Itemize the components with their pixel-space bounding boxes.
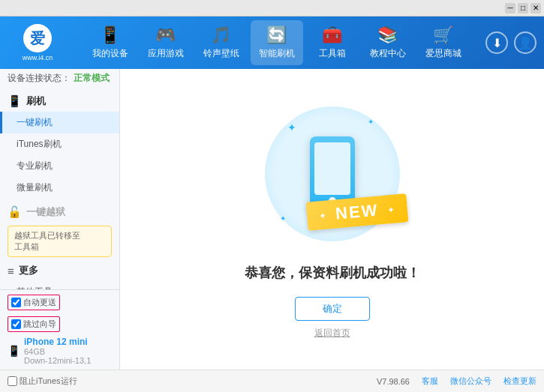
new-label: NEW — [335, 201, 379, 223]
nav-my-device[interactable]: 📱 我的设备 — [84, 20, 137, 65]
itunes-block-text: 阻止iTunes运行 — [20, 376, 77, 387]
skip-wizard-checkbox[interactable] — [11, 319, 21, 329]
close-button[interactable]: ✕ — [530, 3, 541, 13]
auto-send-label: 自动更送 — [23, 297, 56, 308]
logo: 爱 www.i4.cn — [8, 20, 68, 65]
nav-ringtone-label: 铃声壁纸 — [203, 47, 239, 60]
jailbreak-label: 一键越狱 — [26, 205, 65, 219]
skip-wizard-label: 跳过向导 — [23, 319, 56, 330]
titlebar: ─ □ ✕ — [0, 0, 544, 16]
nav-apps-games-label: 应用游戏 — [148, 47, 184, 60]
version-label: V7.98.66 — [377, 377, 410, 386]
more-label: 更多 — [19, 264, 38, 277]
one-click-flash-label: 一键刷机 — [17, 117, 53, 127]
nav-toolbox[interactable]: 🧰 工具箱 — [306, 20, 359, 65]
header: 爱 www.i4.cn 📱 我的设备 🎮 应用游戏 🎵 铃声壁纸 🔄 智能刷机 … — [0, 16, 544, 69]
nav-ringtone-icon: 🎵 — [211, 25, 231, 45]
status-label: 设备连接状态： — [8, 72, 71, 85]
sidebar-footer: 自动更送 跳过向导 📱 iPhone 12 mini 64GB Down-12m… — [0, 289, 119, 370]
footer-left: 阻止iTunes运行 — [8, 376, 77, 387]
device-storage: 64GB — [24, 347, 91, 356]
sparkle-1: ✦ — [287, 121, 296, 133]
auto-send-checkbox-label[interactable]: 自动更送 — [8, 295, 60, 310]
update-link[interactable]: 检查更新 — [503, 376, 536, 387]
sidebar-item-other-tools[interactable]: 其他工具 — [0, 281, 119, 289]
nav-smart-flash[interactable]: 🔄 智能刷机 — [251, 20, 303, 65]
nav-apps-games-icon: 🎮 — [155, 25, 176, 45]
skip-wizard-checkbox-label[interactable]: 跳过向导 — [8, 316, 60, 332]
device-model: Down-12mini-13,1 — [24, 356, 91, 365]
nav-right: ⬇ 👤 — [485, 31, 536, 54]
maximize-button[interactable]: □ — [518, 3, 528, 13]
itunes-flash-label: iTunes刷机 — [17, 139, 62, 149]
auto-send-checkbox[interactable] — [11, 298, 21, 307]
minimize-button[interactable]: ─ — [505, 3, 515, 13]
logo-url: www.i4.cn — [23, 54, 53, 61]
sidebar-section-jailbreak: 🔓 一键越狱 越狱工具已转移至工具箱 — [0, 202, 119, 257]
footer: 阻止iTunes运行 V7.98.66 客服 微信公众号 检查更新 — [0, 370, 544, 392]
sidebar-jailbreak-title: 🔓 一键越狱 — [0, 202, 119, 223]
device-name: iPhone 12 mini — [24, 337, 91, 347]
sidebar-flash-title: 📱 刷机 — [0, 91, 119, 112]
nav-mall[interactable]: 🛒 爱思商城 — [417, 20, 470, 65]
nav-tutorial-label: 教程中心 — [370, 47, 406, 60]
nav-ringtone[interactable]: 🎵 铃声壁纸 — [195, 20, 248, 65]
nav-toolbox-icon: 🧰 — [322, 25, 342, 45]
success-message: 恭喜您，保资料刷机成功啦！ — [245, 264, 420, 282]
nav-apps-games[interactable]: 🎮 应用游戏 — [140, 20, 192, 65]
sidebar-warning: 越狱工具已转移至工具箱 — [8, 226, 112, 257]
left-panel: 设备连接状态： 正常模式 📱 刷机 一键刷机 iTunes刷机 专业刷机 — [0, 69, 120, 370]
wechat-link[interactable]: 微信公众号 — [450, 376, 491, 387]
sidebar-item-one-click-flash[interactable]: 一键刷机 — [0, 112, 119, 133]
checkbox-row: 自动更送 跳过向导 — [8, 295, 112, 332]
nav-my-device-label: 我的设备 — [92, 47, 128, 60]
sparkle-3: ✦ — [280, 214, 286, 223]
main-layout: 设备连接状态： 正常模式 📱 刷机 一键刷机 iTunes刷机 专业刷机 — [0, 69, 544, 370]
download-button[interactable]: ⬇ — [485, 31, 508, 54]
sidebar-item-itunes-flash[interactable]: iTunes刷机 — [0, 133, 119, 155]
flash-section-label: 刷机 — [26, 94, 46, 108]
logo-icon: 爱 — [23, 24, 52, 52]
sidebar-scroll: 设备连接状态： 正常模式 📱 刷机 一键刷机 iTunes刷机 专业刷机 — [0, 69, 119, 289]
nav-smart-flash-label: 智能刷机 — [259, 47, 295, 60]
nav-mall-icon: 🛒 — [433, 25, 453, 45]
confirm-button[interactable]: 确定 — [295, 297, 370, 321]
sidebar-section-flash: 📱 刷机 一键刷机 iTunes刷机 专业刷机 微量刷机 — [0, 91, 119, 199]
phone-screen — [314, 142, 350, 195]
pro-flash-label: 专业刷机 — [17, 160, 53, 171]
service-link[interactable]: 客服 — [422, 376, 438, 387]
itunes-block-label[interactable]: 阻止iTunes运行 — [8, 376, 77, 387]
micro-flash-label: 微量刷机 — [17, 182, 53, 193]
sidebar-item-pro-flash[interactable]: 专业刷机 — [0, 155, 119, 177]
jailbreak-icon: 🔓 — [8, 205, 22, 219]
status-value: 正常模式 — [74, 72, 110, 85]
sparkle-2: ✦ — [368, 118, 374, 126]
more-icon: ≡ — [8, 265, 14, 277]
circle-background: ✦ ✦ ✦ NEW — [265, 106, 400, 241]
device-phone-icon: 📱 — [8, 345, 20, 357]
nav-my-device-icon: 📱 — [100, 25, 120, 45]
device-info: 📱 iPhone 12 mini 64GB Down-12mini-13,1 — [8, 337, 112, 365]
sidebar-section-more: ≡ 更多 其他工具 下载固件 高级功能 — [0, 260, 119, 289]
return-link[interactable]: 返回首页 — [314, 327, 350, 340]
status-bar: 设备连接状态： 正常模式 — [0, 69, 119, 88]
nav-toolbox-label: 工具箱 — [319, 47, 346, 60]
nav-smart-flash-icon: 🔄 — [266, 25, 287, 45]
flash-section-icon: 📱 — [8, 94, 22, 108]
nav-tutorial[interactable]: 📚 教程中心 — [362, 20, 414, 65]
content-area: ✦ ✦ ✦ NEW 恭喜您，保资料刷机成功啦！ 确定 返回首页 — [120, 69, 544, 370]
sidebar-more-title: ≡ 更多 — [0, 260, 119, 281]
nav-items: 📱 我的设备 🎮 应用游戏 🎵 铃声壁纸 🔄 智能刷机 🧰 工具箱 📚 教程中心… — [68, 20, 485, 65]
footer-right: V7.98.66 客服 微信公众号 检查更新 — [377, 376, 536, 387]
sidebar-warning-text: 越狱工具已转移至工具箱 — [14, 231, 80, 251]
user-button[interactable]: 👤 — [514, 31, 536, 54]
device-text: iPhone 12 mini 64GB Down-12mini-13,1 — [24, 337, 91, 365]
nav-tutorial-icon: 📚 — [377, 25, 398, 45]
nav-mall-label: 爱思商城 — [425, 47, 461, 60]
itunes-block-checkbox[interactable] — [8, 376, 17, 386]
sidebar-item-micro-flash[interactable]: 微量刷机 — [0, 177, 119, 199]
success-illustration: ✦ ✦ ✦ NEW — [257, 99, 407, 249]
